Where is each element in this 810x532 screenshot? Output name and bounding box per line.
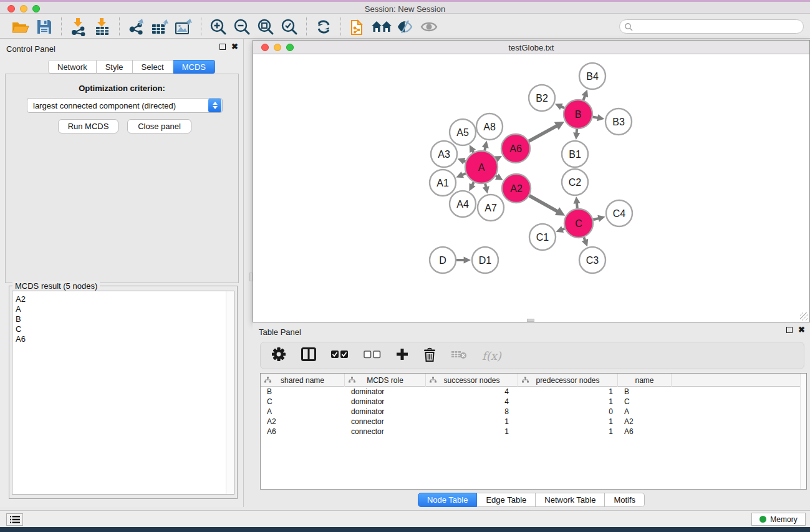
show-column-button[interactable] — [301, 347, 316, 364]
import-table-button[interactable] — [90, 17, 114, 37]
select-all-rows-button[interactable] — [331, 350, 349, 361]
table-cell[interactable]: 1 — [426, 417, 518, 427]
close-panel-button[interactable]: Close panel — [127, 119, 191, 133]
refresh-layout-button[interactable] — [312, 17, 335, 37]
graph-node-label: A8 — [483, 122, 496, 132]
zoom-in-button[interactable] — [206, 17, 230, 37]
zoom-in-icon — [210, 18, 227, 36]
graph-edge-B-B3[interactable] — [593, 117, 599, 118]
tab-network-table[interactable]: Network Table — [536, 493, 605, 507]
export-image-icon — [175, 18, 193, 36]
network-window-titlebar[interactable]: testGlobe.txt — [253, 41, 809, 54]
column-header-MCDS-role[interactable]: MCDS role — [345, 374, 426, 387]
table-cell[interactable]: C — [618, 397, 672, 407]
tab-motifs[interactable]: Motifs — [605, 493, 645, 507]
first-neighbors-button[interactable] — [370, 17, 393, 37]
table-cell[interactable]: A — [618, 407, 672, 417]
table-cell[interactable]: dominator — [345, 407, 426, 417]
export-table-button[interactable] — [148, 17, 172, 37]
graph-edge-A2-C[interactable] — [529, 196, 557, 211]
graph-edge-C-C4[interactable] — [593, 218, 599, 220]
float-panel-icon[interactable] — [219, 44, 226, 50]
table-cell[interactable]: A2 — [261, 417, 345, 427]
run-mcds-button[interactable]: Run MCDS — [58, 119, 118, 133]
table-row[interactable]: Bdominator41B — [261, 387, 800, 397]
export-network-button[interactable] — [125, 17, 148, 37]
table-cell[interactable]: 4 — [426, 387, 518, 397]
table-settings-button[interactable] — [271, 347, 286, 364]
column-header-name[interactable]: name — [618, 374, 672, 387]
table-cell[interactable]: 1 — [426, 427, 518, 437]
table-cell[interactable]: 1 — [518, 387, 618, 397]
table-cell[interactable]: 1 — [518, 427, 618, 437]
mcds-result-list[interactable]: A2ABCA6 — [12, 291, 234, 495]
deselect-all-rows-button[interactable] — [364, 350, 381, 361]
table-cell[interactable]: dominator — [345, 397, 426, 407]
optimization-criterion-select[interactable]: largest connected component (directed) — [27, 98, 223, 113]
network-vscroll-thumb[interactable] — [249, 273, 253, 281]
result-list-item[interactable]: A6 — [12, 334, 234, 344]
search-input[interactable] — [633, 21, 803, 32]
tab-node-table[interactable]: Node Table — [418, 493, 478, 507]
table-row[interactable]: A2connector11A2 — [261, 417, 800, 427]
network-hscroll-thumb[interactable] — [527, 319, 534, 322]
graph-edge-C-C2[interactable] — [577, 203, 577, 208]
memory-button[interactable]: Memory — [751, 513, 806, 526]
close-panel-icon[interactable]: ✖ — [231, 44, 238, 50]
table-cell[interactable]: 1 — [518, 397, 618, 407]
zoom-fit-button[interactable] — [254, 17, 277, 37]
table-cell[interactable]: dominator — [345, 387, 426, 397]
table-cell[interactable]: 0 — [518, 407, 618, 417]
table-cell[interactable]: B — [618, 387, 672, 397]
close-panel-icon[interactable]: ✖ — [798, 327, 805, 333]
resize-grip-icon[interactable] — [800, 312, 808, 321]
save-session-button[interactable] — [32, 17, 56, 37]
show-panels-button[interactable] — [6, 513, 23, 526]
table-cell[interactable]: A2 — [618, 417, 672, 427]
tab-style[interactable]: Style — [97, 60, 133, 74]
column-header-successor-nodes[interactable]: successor nodes — [426, 374, 518, 387]
delete-column-button[interactable] — [423, 347, 436, 364]
create-column-button[interactable] — [396, 348, 408, 363]
new-network-from-selection-button[interactable] — [346, 17, 370, 37]
column-header-shared-name[interactable]: shared name — [261, 374, 345, 387]
result-list-scrollbar[interactable] — [226, 291, 234, 494]
zoom-selected-button[interactable] — [277, 17, 301, 37]
table-cell[interactable]: 4 — [426, 397, 518, 407]
tab-select[interactable]: Select — [133, 60, 173, 74]
open-file-button[interactable] — [9, 17, 32, 37]
network-graph: AA1A2A3A4A5A6A7A8BB1B2B3B4CC1C2C3C4DD1 — [253, 54, 809, 322]
table-row[interactable]: A6connector11A6 — [261, 427, 800, 437]
graph-edge-B-B4[interactable] — [583, 95, 585, 100]
column-header-predecessor-nodes[interactable]: predecessor nodes — [518, 374, 618, 387]
result-list-item[interactable]: A — [12, 304, 234, 314]
import-network-button[interactable] — [67, 17, 90, 37]
hide-selected-button[interactable] — [393, 17, 417, 37]
network-canvas[interactable]: AA1A2A3A4A5A6A7A8BB1B2B3B4CC1C2C3C4DD1 — [253, 54, 809, 322]
table-cell[interactable]: 8 — [426, 407, 518, 417]
table-cell[interactable]: C — [261, 397, 345, 407]
table-scrollbar[interactable] — [800, 374, 806, 489]
tab-network[interactable]: Network — [48, 60, 97, 74]
float-panel-icon[interactable] — [786, 327, 793, 333]
table-cell[interactable]: connector — [345, 427, 426, 437]
export-image-button[interactable] — [172, 17, 196, 37]
table-cell[interactable]: A — [261, 407, 345, 417]
graph-edge-A6-B[interactable] — [529, 126, 557, 142]
result-list-item[interactable]: C — [12, 324, 234, 334]
tab-mcds[interactable]: MCDS — [173, 60, 215, 74]
zoom-out-button[interactable] — [230, 17, 254, 37]
table-cell[interactable]: connector — [345, 417, 426, 427]
tab-edge-table[interactable]: Edge Table — [477, 493, 536, 507]
table-cell[interactable]: B — [261, 387, 345, 397]
table-cell[interactable]: A6 — [261, 427, 345, 437]
graph-edge-B-B1[interactable] — [577, 129, 577, 133]
table-cell[interactable]: A6 — [618, 427, 672, 437]
table-row[interactable]: Cdominator41C — [261, 397, 800, 407]
show-all-button[interactable] — [417, 17, 441, 37]
table-cell[interactable]: 1 — [518, 417, 618, 427]
result-list-item[interactable]: A2 — [12, 294, 234, 304]
table-row[interactable]: Adominator80A — [261, 407, 800, 417]
result-list-item[interactable]: B — [12, 314, 234, 324]
toolbar-search — [619, 19, 804, 34]
